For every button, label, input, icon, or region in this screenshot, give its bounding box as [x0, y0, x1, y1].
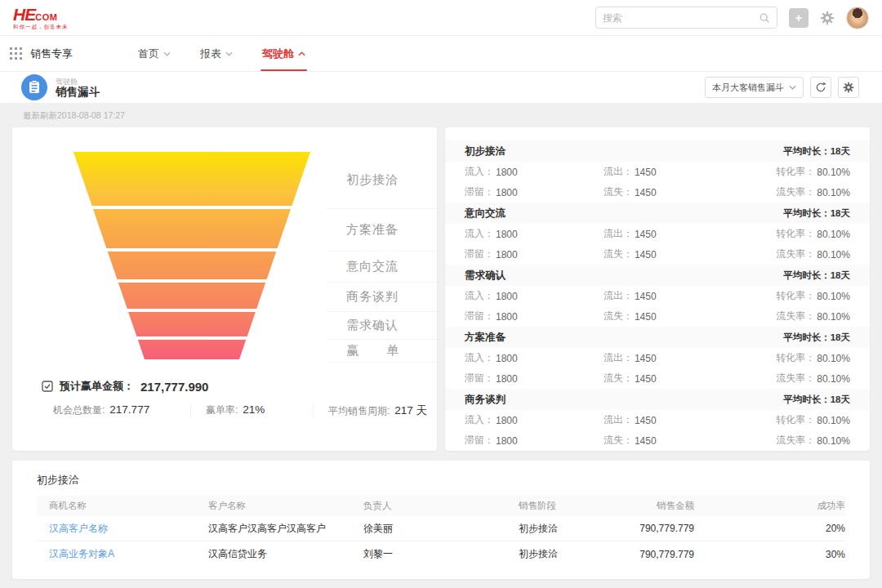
metric-label: 流失： — [604, 372, 633, 385]
stage-name: 需求确认 — [465, 269, 506, 283]
metric-value: 1800 — [496, 167, 518, 178]
funnel-label-row: 需求确认 — [327, 312, 437, 340]
plus-icon: + — [795, 11, 803, 24]
stage-metric: 滞留：1800 — [465, 182, 604, 203]
page-category: 驾驶舱 — [56, 78, 100, 86]
funnel-segment — [93, 209, 291, 248]
opportunity-link[interactable]: 汉高客户名称 — [49, 523, 108, 534]
funnel-label-row: 商务谈判 — [327, 283, 437, 312]
metric-value: 80.10% — [817, 415, 850, 426]
stage-name: 方案准备 — [465, 331, 506, 345]
metric-label: 转化率： — [776, 165, 815, 179]
nav-label: 首页 — [138, 47, 159, 61]
funnel-segment — [108, 252, 276, 279]
stage-metric: 转化率：80.10% — [731, 286, 850, 306]
metric-label: 流出： — [604, 289, 633, 303]
gear-icon — [843, 82, 854, 93]
table-cell: 初步接洽 — [506, 547, 621, 561]
chevron-down-icon — [225, 51, 233, 56]
metric-label: 流出： — [604, 413, 633, 427]
stage-section: 意向交流 平均时长：18天 流入：1800流出：1450转化率：80.10%滞留… — [445, 203, 870, 265]
global-search[interactable] — [595, 7, 777, 29]
stage-metric: 流失：1450 — [604, 244, 731, 265]
table-cell: 30% — [694, 549, 845, 560]
avg-sales-cycle-stat: 平均销售周期: 217 天 — [313, 403, 437, 418]
stage-duration: 平均时长：18天 — [783, 394, 850, 406]
stage-metrics-grid: 流入：1800流出：1450转化率：80.10%滞留：1800流失：1450流失… — [445, 162, 870, 203]
stat-label: 平均销售周期: — [328, 404, 390, 418]
funnel-stage-label: 初步接洽 — [346, 172, 399, 188]
metric-value: 80.10% — [817, 435, 850, 447]
search-icon[interactable] — [759, 12, 770, 24]
add-button[interactable]: + — [789, 8, 808, 28]
table-cell: 20% — [694, 523, 845, 534]
refresh-button[interactable] — [810, 77, 831, 98]
nav-label: 报表 — [200, 47, 221, 61]
stat-value: 21% — [243, 403, 265, 416]
metric-value: 80.10% — [817, 229, 850, 240]
page-header: 驾驶舱 销售漏斗 本月大客销售漏斗 — [0, 72, 882, 103]
user-avatar[interactable] — [846, 7, 869, 29]
funnel-stage-labels: 初步接洽方案准备意向交流商务谈判需求确认赢单 — [327, 152, 437, 363]
stage-section: 方案准备 平均时长：18天 流入：1800流出：1450转化率：80.10%滞留… — [445, 327, 870, 389]
stage-metric: 流失：1450 — [604, 306, 731, 327]
stat-label: 机会总数量: — [53, 403, 105, 417]
opportunity-total-stat: 机会总数量: 217.777 — [12, 403, 190, 418]
hecom-logo[interactable]: HE com 和你一起，创造未来 — [13, 6, 69, 30]
stage-section: 需求确认 平均时长：18天 流入：1800流出：1450转化率：80.10%滞留… — [445, 265, 870, 327]
check-square-icon — [42, 381, 53, 392]
funnel-filter-select[interactable]: 本月大客销售漏斗 — [705, 77, 804, 98]
metric-label: 流入： — [465, 351, 494, 365]
funnel-segment — [74, 152, 310, 206]
table-row: 汉高业务对象A汉高信贷业务刘黎一初步接洽790,779.77930% — [37, 541, 845, 567]
metric-value: 80.10% — [817, 373, 850, 385]
funnel-label-row: 方案准备 — [327, 209, 437, 252]
active-tab-underline — [261, 69, 307, 71]
opportunity-link[interactable]: 汉高业务对象A — [49, 548, 114, 559]
table-column-header: 商机名称 — [37, 500, 196, 512]
stage-metric: 流出：1450 — [604, 410, 731, 430]
metric-value: 1450 — [635, 249, 657, 261]
nav-item-cockpit[interactable]: 驾驶舱 — [247, 36, 320, 71]
funnel-stage-label: 方案准备 — [346, 222, 399, 238]
stage-metric: 流入：1800 — [465, 162, 604, 182]
page-title: 销售漏斗 — [56, 86, 100, 98]
table-cell: 初步接洽 — [506, 522, 621, 536]
metric-label: 滞留： — [465, 185, 494, 199]
metric-value: 1450 — [635, 291, 657, 302]
table-cell: 790,779.779 — [621, 523, 694, 534]
nav-item-reports[interactable]: 报表 — [185, 36, 247, 71]
apps-grid-icon[interactable] — [10, 47, 22, 60]
metric-value: 80.10% — [817, 249, 850, 261]
metric-label: 流失率： — [776, 372, 815, 385]
workspace-name: 销售专享 — [30, 47, 73, 61]
table-row: 汉高客户名称汉高客户汉高客户汉高客户徐美丽初步接洽790,779.77920% — [37, 516, 845, 541]
main-nav: 首页 报表 驾驶舱 — [123, 36, 320, 71]
metric-label: 流入： — [465, 227, 494, 241]
stage-metric: 流入：1800 — [465, 286, 604, 306]
table-cell: 刘黎一 — [351, 547, 506, 561]
metric-value: 1450 — [635, 373, 657, 385]
settings-button[interactable] — [820, 11, 835, 25]
table-column-header: 客户名称 — [196, 500, 351, 512]
stat-label: 预计赢单金额： — [60, 379, 134, 394]
refresh-icon — [815, 82, 826, 93]
metric-value: 1800 — [496, 373, 518, 385]
metric-value: 1800 — [496, 229, 518, 240]
chevron-down-icon — [163, 51, 171, 56]
stage-duration: 平均时长：18天 — [783, 145, 850, 158]
chart-settings-button[interactable] — [838, 77, 859, 98]
funnel-stage-label: 意向交流 — [346, 259, 399, 274]
metric-label: 流出： — [604, 165, 633, 179]
funnel-stage-label: 赢单 — [346, 343, 399, 359]
stage-metrics-grid: 流入：1800流出：1450转化率：80.10%滞留：1800流失：1450流失… — [445, 224, 870, 265]
stage-metric: 流失率：80.10% — [731, 244, 850, 265]
search-input[interactable] — [603, 12, 759, 24]
metric-value: 1450 — [635, 311, 657, 323]
table-column-header: 销售金额 — [621, 500, 694, 512]
logo-text: HE com — [13, 6, 69, 23]
stage-metric: 流入：1800 — [465, 224, 604, 244]
nav-item-home[interactable]: 首页 — [123, 36, 185, 71]
stage-metric: 流失率：80.10% — [731, 306, 850, 327]
stat-value: 217.777 — [109, 403, 149, 416]
